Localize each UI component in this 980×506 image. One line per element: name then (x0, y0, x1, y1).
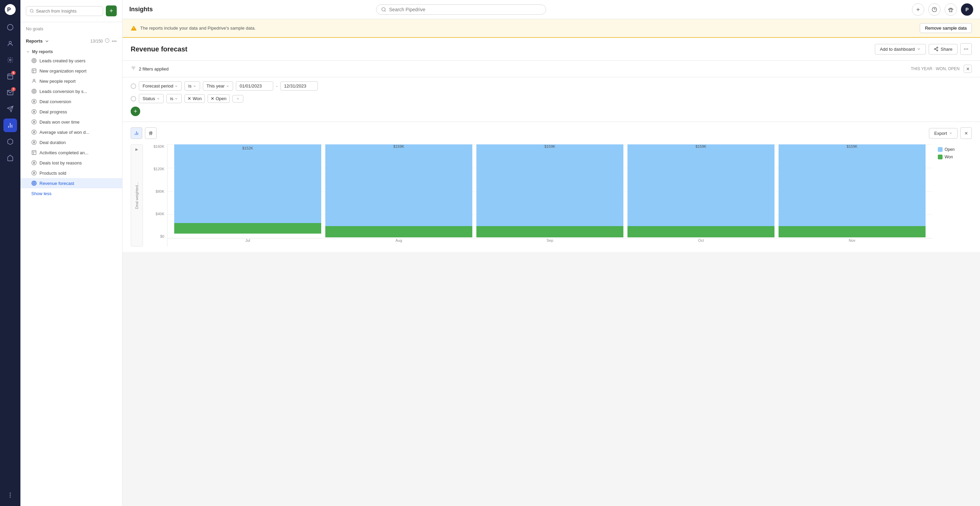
status-select[interactable]: Status (139, 94, 164, 103)
left-nav: P 5 7 (0, 0, 21, 506)
help-button[interactable] (928, 3, 940, 16)
nav-icon-mail[interactable]: 7 (3, 86, 17, 99)
sidebar-item-leads-created[interactable]: Leads created by users (21, 56, 122, 66)
add-button[interactable] (912, 3, 924, 16)
chevron-down-icon-2 (175, 85, 178, 88)
section-collapse-icon (26, 50, 30, 54)
search-icon (30, 8, 34, 13)
date-from-field[interactable]: 01/01/2023 (236, 81, 273, 91)
target-icon (31, 58, 37, 63)
sidebar-item-deals-lost[interactable]: Deals lost by reasons (21, 158, 122, 168)
export-button[interactable]: Export (929, 128, 958, 139)
date-range-separator: - (276, 83, 278, 89)
close-filters-button[interactable]: ✕ (964, 65, 972, 73)
svg-point-3 (9, 41, 11, 43)
sidebar-item-new-org[interactable]: New organization report (21, 66, 122, 76)
y-axis-panel[interactable]: ▶ Deal weighted... (130, 144, 143, 247)
nav-icon-contacts[interactable] (3, 37, 17, 50)
svg-point-60 (934, 48, 936, 50)
nav-icon-campaigns[interactable] (3, 102, 17, 116)
won-tag[interactable]: ✕ Won (185, 94, 205, 103)
sidebar-item-products-sold[interactable]: Products sold (21, 168, 122, 178)
sidebar-item-label: Products sold (40, 171, 66, 176)
nav-icon-activities[interactable]: 5 (3, 69, 17, 83)
filter-tags-text: THIS YEAR · WON, OPEN (911, 66, 959, 71)
sidebar-search-input[interactable] (36, 8, 99, 14)
add-to-dashboard-button[interactable]: Add to dashboard (875, 44, 926, 54)
bar-stack-sep (476, 144, 624, 237)
activities-badge: 5 (11, 71, 16, 75)
my-reports-section[interactable]: My reports (21, 48, 122, 56)
sidebar-item-leads-conversion[interactable]: Leads conversion by s... (21, 86, 122, 96)
chart-plot-area: $0 $40K $80K $120K $160K (148, 144, 932, 247)
bar-group-aug: $159K (325, 144, 472, 238)
sidebar-item-activities[interactable]: Activities completed an... (21, 147, 122, 158)
x-tick-aug: Aug (325, 238, 472, 247)
filter-row-2-radio[interactable] (130, 96, 136, 102)
is-operator-select[interactable]: is (185, 81, 200, 91)
nav-icon-more[interactable] (3, 488, 17, 502)
bar-stack-aug (325, 144, 472, 237)
share-icon (934, 47, 939, 51)
open-tag[interactable]: ✕ Open (208, 94, 230, 103)
add-report-button[interactable]: + (106, 5, 117, 16)
status-operator-select[interactable]: is (166, 94, 182, 103)
chart-plot: $152K $159K (167, 144, 932, 247)
sidebar-item-deal-duration[interactable]: Deal duration (21, 137, 122, 147)
reports-label[interactable]: Reports (26, 38, 43, 43)
filters-applied-label: 2 filters applied (139, 66, 169, 72)
show-less-button[interactable]: Show less (21, 188, 122, 199)
chart-toolbar: Export ✕ (130, 127, 972, 139)
remove-sample-data-button[interactable]: Remove sample data (920, 23, 972, 33)
sidebar-item-revenue-forecast[interactable]: Revenue forecast (21, 178, 122, 188)
more-options-button[interactable] (960, 43, 972, 55)
svg-point-4 (10, 59, 11, 61)
bar-value-aug: $159K (393, 144, 404, 148)
user-avatar[interactable]: P (961, 3, 973, 16)
reports-info-icon[interactable] (105, 38, 110, 44)
share-button[interactable]: Share (929, 44, 958, 54)
date-to-field[interactable]: 12/31/2023 (280, 81, 318, 91)
sidebar-item-deals-won[interactable]: Deals won over time (21, 117, 122, 127)
sidebar-item-label: Leads created by users (40, 58, 86, 63)
nav-icon-marketplace[interactable] (3, 151, 17, 165)
svg-point-59 (937, 47, 938, 48)
dollar-icon-5 (31, 140, 37, 145)
nav-icon-products[interactable] (3, 135, 17, 148)
close-chart-button[interactable]: ✕ (960, 127, 972, 139)
x-axis: Jul Aug Sep Oct Nov (167, 238, 932, 247)
svg-point-51 (382, 8, 385, 11)
reports-chevron-icon[interactable] (45, 39, 49, 43)
table-view-button[interactable] (145, 127, 156, 139)
chevron-down-icon-7 (236, 97, 240, 101)
add-filter-button[interactable]: + (130, 107, 140, 116)
topbar-search-box[interactable] (376, 5, 546, 14)
svg-text:P: P (7, 7, 11, 13)
sidebar-item-deal-progress[interactable]: Deal progress (21, 107, 122, 117)
forecast-period-select[interactable]: Forecast period (139, 81, 182, 91)
add-value-select[interactable] (232, 95, 243, 102)
reports-more-icon[interactable]: ••• (111, 38, 117, 44)
nav-icon-insights[interactable] (3, 118, 17, 132)
sidebar-item-deal-conversion[interactable]: Deal conversion (21, 96, 122, 107)
sidebar-item-new-people[interactable]: New people report (21, 76, 122, 86)
topbar-search-icon (381, 7, 386, 12)
sidebar-search-box[interactable] (26, 6, 103, 16)
nav-icon-deals[interactable] (3, 53, 17, 67)
sidebar-item-avg-value[interactable]: Average value of won d... (21, 127, 122, 137)
filter-row-2: Status is ✕ Won ✕ Open (130, 94, 972, 103)
bar-chart-button[interactable] (130, 127, 142, 139)
app-logo[interactable]: P (5, 4, 16, 15)
filter-row-1-radio[interactable] (130, 83, 136, 89)
topbar-search-input[interactable] (389, 7, 541, 12)
hash-icon (148, 131, 153, 136)
dollar-icon-6 (31, 160, 37, 166)
sidebar-search-row: + (26, 5, 117, 16)
trophy-button[interactable] (945, 3, 957, 16)
report-actions: Add to dashboard Share (875, 43, 972, 55)
legend-won-label: Won (945, 155, 953, 160)
bar-won-oct (627, 226, 775, 237)
nav-icon-home[interactable] (3, 21, 17, 34)
this-year-select[interactable]: This year (203, 81, 233, 91)
app-title: Insights (129, 6, 191, 13)
